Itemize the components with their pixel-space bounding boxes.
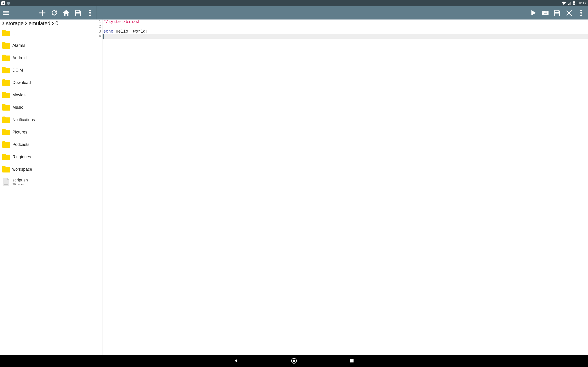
svg-point-4 <box>580 12 582 14</box>
more-vertical-icon <box>580 9 582 17</box>
svg-point-2 <box>89 15 91 16</box>
home-button[interactable] <box>60 7 72 19</box>
statusbar-right: 10:17 <box>562 1 587 5</box>
folder-icon <box>1 53 11 63</box>
file-name-label: Download <box>12 80 31 85</box>
folder-icon <box>1 90 11 100</box>
file-size-label: 36 bytes <box>12 183 28 186</box>
home-icon <box>62 9 70 17</box>
folder-row[interactable]: workspace <box>0 163 94 176</box>
breadcrumb-segment[interactable]: emulated <box>29 20 51 27</box>
breadcrumb-segment[interactable]: storage <box>6 20 24 27</box>
folder-icon <box>1 152 11 162</box>
line-number: 2 <box>96 24 102 29</box>
statusbar-input-indicator: A <box>1 1 5 5</box>
chevron-right-icon <box>1 20 6 27</box>
menu-button[interactable] <box>0 7 12 19</box>
file-name-label: Podcasts <box>12 142 29 147</box>
folder-icon <box>1 78 11 88</box>
folder-row[interactable]: Podcasts <box>0 139 94 151</box>
folder-icon <box>1 28 11 38</box>
file-name-label: Music <box>12 105 23 110</box>
play-icon <box>529 9 537 17</box>
nav-home-button[interactable] <box>290 357 298 365</box>
folder-row[interactable]: Alarms <box>0 40 94 52</box>
wifi-icon <box>562 1 566 5</box>
file-name-label: Pictures <box>12 130 27 135</box>
file-name-label: .. <box>12 31 15 36</box>
file-name-label: Android <box>12 56 27 60</box>
save-button-right[interactable] <box>551 7 563 19</box>
run-button[interactable] <box>527 7 539 19</box>
overflow-menu-right[interactable] <box>575 7 587 19</box>
folder-row[interactable]: DCIM <box>0 64 94 77</box>
file-row[interactable]: script.sh36 bytes <box>0 176 94 188</box>
save-floppy-icon <box>74 9 82 17</box>
toolbar-left-group <box>0 6 96 19</box>
folder-row[interactable]: .. <box>0 27 94 40</box>
plus-icon <box>38 9 46 17</box>
battery-charging-icon <box>573 1 575 5</box>
statusbar-left: A <box>1 1 10 5</box>
breadcrumb[interactable]: storageemulated0 <box>0 19 94 27</box>
code-line[interactable]: echo Hello, World! <box>103 29 588 34</box>
code-editor[interactable]: 1234 #/system/bin/shecho Hello, World! <box>96 19 588 355</box>
nav-recent-button[interactable] <box>348 357 355 365</box>
code-line[interactable]: #/system/bin/sh <box>103 19 588 24</box>
folder-row[interactable]: Download <box>0 77 94 89</box>
save-floppy-icon <box>553 9 561 17</box>
file-name-label: Notifications <box>12 117 35 123</box>
svg-point-5 <box>580 15 582 16</box>
code-line[interactable] <box>103 24 588 29</box>
home-circle-icon <box>291 358 297 364</box>
code-content[interactable]: #/system/bin/shecho Hello, World! <box>103 19 588 355</box>
folder-icon <box>1 103 11 112</box>
keyboard-icon <box>541 9 549 17</box>
file-icon <box>1 177 11 187</box>
cellular-signal-icon <box>568 1 571 5</box>
android-navbar <box>0 355 588 367</box>
save-button-left[interactable] <box>72 7 84 19</box>
nav-back-button[interactable] <box>233 357 240 365</box>
main-split: storageemulated0 ..AlarmsAndroidDCIMDown… <box>0 19 588 355</box>
close-file-button[interactable] <box>563 7 575 19</box>
file-name-label: Movies <box>12 93 26 98</box>
folder-row[interactable]: Pictures <box>0 126 94 139</box>
chevron-right-icon <box>51 20 55 27</box>
file-name-label: workspace <box>12 167 32 172</box>
breadcrumb-segment[interactable]: 0 <box>55 20 58 27</box>
svg-point-7 <box>293 360 295 362</box>
folder-row[interactable]: Movies <box>0 89 94 101</box>
svg-point-1 <box>89 12 91 14</box>
file-list[interactable]: ..AlarmsAndroidDCIMDownloadMoviesMusicNo… <box>0 27 94 355</box>
code-line[interactable] <box>103 34 588 39</box>
folder-row[interactable]: Android <box>0 52 94 64</box>
file-name-label: script.sh <box>12 178 28 183</box>
file-browser-panel: storageemulated0 ..AlarmsAndroidDCIMDown… <box>0 19 94 355</box>
new-file-button[interactable] <box>36 7 48 19</box>
overflow-menu-left[interactable] <box>84 7 96 19</box>
toggle-keyboard-button[interactable] <box>539 7 551 19</box>
editor-caret <box>103 34 104 39</box>
folder-icon <box>1 140 11 150</box>
svg-point-3 <box>580 10 582 11</box>
more-vertical-icon <box>89 9 91 17</box>
file-name-label: Ringtones <box>12 155 31 160</box>
statusbar-loading-dot-icon <box>7 2 10 5</box>
refresh-button[interactable] <box>48 7 60 19</box>
line-number-gutter: 1234 <box>96 19 103 355</box>
folder-icon <box>1 165 11 174</box>
folder-row[interactable]: Ringtones <box>0 151 94 163</box>
folder-icon <box>1 115 11 125</box>
svg-rect-8 <box>350 359 354 363</box>
back-triangle-icon <box>233 358 239 364</box>
panel-splitter[interactable] <box>94 19 96 355</box>
file-name-label: DCIM <box>12 68 23 73</box>
folder-row[interactable]: Music <box>0 101 94 114</box>
app-toolbar <box>0 6 588 19</box>
folder-row[interactable]: Notifications <box>0 114 94 126</box>
file-name-label: Alarms <box>12 43 25 48</box>
folder-icon <box>1 66 11 75</box>
line-number: 4 <box>96 34 102 39</box>
close-icon <box>565 9 573 17</box>
